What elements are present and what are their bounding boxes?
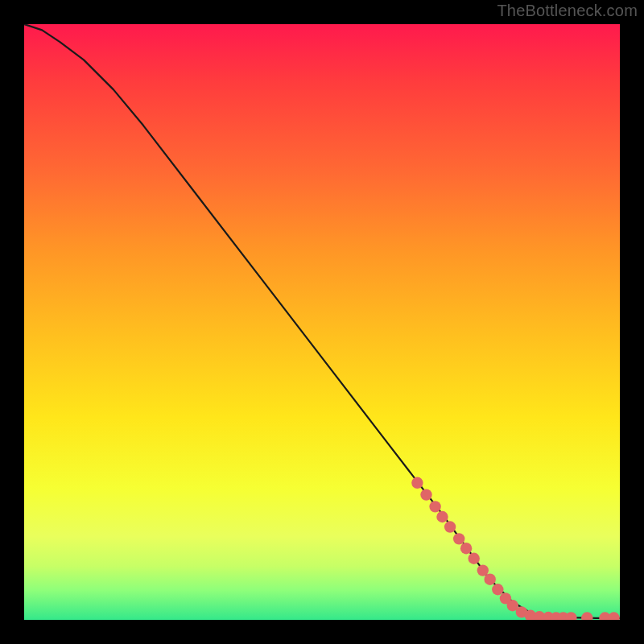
- bottleneck-curve: [24, 24, 620, 618]
- data-marker: [436, 511, 448, 522]
- markers-group: [411, 477, 620, 620]
- data-marker: [492, 584, 503, 595]
- data-marker: [469, 553, 480, 564]
- plot-overlay: [24, 24, 620, 620]
- data-marker: [453, 533, 464, 544]
- data-marker: [444, 521, 456, 532]
- data-marker: [581, 612, 592, 620]
- data-marker: [608, 612, 619, 620]
- data-marker: [484, 573, 495, 584]
- data-marker: [429, 501, 440, 512]
- data-marker: [411, 477, 423, 489]
- data-marker: [420, 489, 431, 500]
- data-marker: [565, 612, 576, 620]
- watermark-text: TheBottleneck.com: [497, 2, 638, 20]
- chart-frame: TheBottleneck.com: [0, 0, 644, 644]
- data-marker: [460, 543, 472, 554]
